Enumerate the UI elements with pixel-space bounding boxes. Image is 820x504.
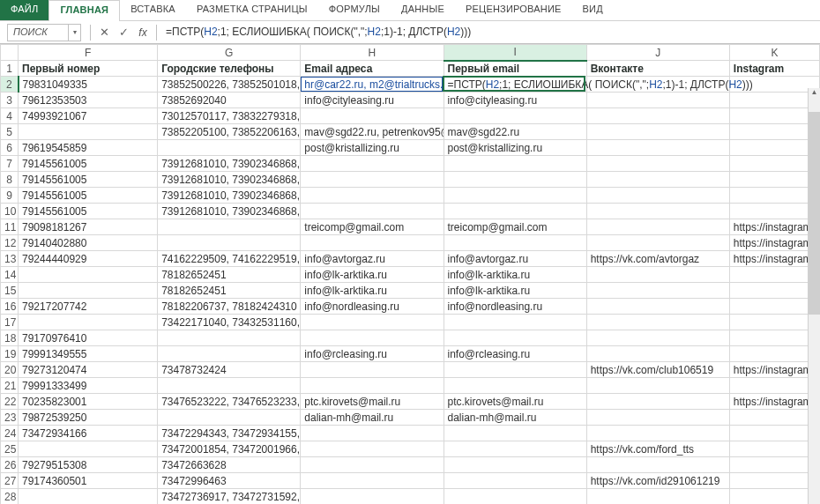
cell[interactable]: info@avtorgaz.ru [301, 251, 444, 267]
row-header[interactable]: 5 [1, 124, 19, 140]
select-all-corner[interactable] [1, 45, 19, 61]
cell[interactable] [586, 283, 729, 299]
cell[interactable] [301, 457, 444, 473]
cell[interactable]: ptc.kirovets@mail.ru [301, 394, 444, 410]
cell[interactable]: 79991333499 [19, 378, 158, 394]
cell[interactable] [301, 315, 444, 330]
cell[interactable]: 79831049335 [19, 77, 158, 93]
cell[interactable] [158, 219, 301, 235]
row-header[interactable]: 19 [1, 346, 19, 362]
cell[interactable]: 79145561005 [19, 188, 158, 204]
tab-review[interactable]: РЕЦЕНЗИРОВАНИЕ [455, 0, 572, 20]
cell[interactable]: treicomp@gmail.com [444, 219, 586, 235]
cell[interactable] [444, 473, 586, 489]
cell[interactable] [158, 410, 301, 426]
cell[interactable]: 79174360501 [19, 473, 158, 489]
row-header[interactable]: 28 [1, 489, 19, 505]
cell[interactable]: 78182652451 [158, 267, 301, 283]
cell[interactable] [586, 330, 729, 346]
cell[interactable]: info@lk-arktika.ru [444, 267, 586, 283]
cell[interactable] [301, 441, 444, 457]
cell[interactable] [586, 426, 729, 441]
cell[interactable]: 79217207742 [19, 299, 158, 315]
header-cell-F[interactable]: Первый номер [19, 61, 158, 77]
cell[interactable]: https://instagram.com/ [729, 362, 819, 378]
cell[interactable]: 78182206737, 78182424310 [158, 299, 301, 315]
cell[interactable]: 70235823001 [19, 394, 158, 410]
cell[interactable]: 73852205100, 73852206163, 7385 [158, 124, 301, 140]
cell[interactable] [729, 140, 819, 156]
cell[interactable]: 73852692040 [158, 93, 301, 108]
cell[interactable]: mav@sgd22.ru, petrenkov95@ [301, 124, 444, 140]
cell[interactable]: https://vk.com/avtorgaz [586, 251, 729, 267]
name-box[interactable]: ПОИСК [7, 24, 69, 41]
row-header[interactable]: 20 [1, 362, 19, 378]
cell[interactable] [586, 235, 729, 251]
cell[interactable]: 73852500226, 73852501018, 7385 [158, 77, 301, 93]
cell[interactable] [729, 346, 819, 362]
cell[interactable]: dalian-mh@mail.ru [301, 410, 444, 426]
cell[interactable]: info@nordleasing.ru [301, 299, 444, 315]
cell[interactable] [444, 362, 586, 378]
row-header[interactable]: 10 [1, 204, 19, 219]
cell[interactable] [301, 204, 444, 219]
cell[interactable] [586, 124, 729, 140]
cell[interactable]: 79145561005 [19, 156, 158, 172]
row-header[interactable]: 9 [1, 188, 19, 204]
cell[interactable] [586, 299, 729, 315]
row-header[interactable]: 4 [1, 108, 19, 124]
cell[interactable]: 73912681010, 73902346868, 74162490001, 7… [158, 156, 301, 172]
cell[interactable]: info@lk-arktika.ru [301, 267, 444, 283]
tab-home[interactable]: ГЛАВНАЯ [48, 0, 120, 21]
cell[interactable]: 73478732424 [158, 362, 301, 378]
cell[interactable] [158, 140, 301, 156]
cell[interactable]: mav@sgd22.ru [444, 124, 586, 140]
cell[interactable]: 73912681010, 73902346868, 74162490001, 7… [158, 172, 301, 188]
cell[interactable] [444, 315, 586, 330]
cell[interactable] [729, 283, 819, 299]
cell[interactable] [158, 330, 301, 346]
row-header[interactable]: 8 [1, 172, 19, 188]
cell[interactable] [729, 457, 819, 473]
cell[interactable]: post@kristallizing.ru [301, 140, 444, 156]
row-header[interactable]: 25 [1, 441, 19, 457]
cell[interactable] [301, 172, 444, 188]
cell[interactable] [301, 156, 444, 172]
header-cell-K[interactable]: Instagram [729, 61, 819, 77]
cell[interactable] [586, 108, 729, 124]
cell[interactable] [729, 426, 819, 441]
header-cell-I[interactable]: Первый email [444, 61, 586, 77]
cell[interactable]: info@lk-arktika.ru [444, 283, 586, 299]
cell[interactable] [19, 489, 158, 505]
cell[interactable] [158, 346, 301, 362]
cell[interactable] [301, 235, 444, 251]
cell[interactable]: =ПСТР(H2;1; ЕСЛИОШИБКА( ПОИСК(",";H2;1)-… [444, 77, 586, 93]
cell[interactable]: https://vk.com/id291061219 [586, 473, 729, 489]
cell[interactable] [729, 156, 819, 172]
column-header-J[interactable]: J [586, 45, 729, 61]
cell[interactable] [586, 267, 729, 283]
row-header[interactable]: 6 [1, 140, 19, 156]
cell[interactable] [444, 457, 586, 473]
cell[interactable] [729, 172, 819, 188]
vertical-scrollbar[interactable]: ▲ [808, 88, 820, 504]
cell[interactable]: 73472934166 [19, 426, 158, 441]
tab-data[interactable]: ДАННЫЕ [391, 0, 455, 20]
tab-formulas[interactable]: ФОРМУЛЫ [318, 0, 391, 20]
tab-view[interactable]: ВИД [572, 0, 614, 20]
cell[interactable] [586, 410, 729, 426]
cell[interactable]: 79619545859 [19, 140, 158, 156]
name-box-dropdown-icon[interactable]: ▾ [69, 24, 81, 41]
cell[interactable]: 74162229509, 74162229519, 7416 [158, 251, 301, 267]
formula-cancel-button[interactable]: ✕ [94, 24, 114, 41]
cell[interactable] [444, 172, 586, 188]
cell[interactable] [158, 378, 301, 394]
cell[interactable] [301, 378, 444, 394]
cell[interactable]: 73476523222, 73476523233, 7347 [158, 394, 301, 410]
row-header[interactable]: 14 [1, 267, 19, 283]
cell[interactable] [586, 219, 729, 235]
cell[interactable]: https://instagram.com/ [729, 251, 819, 267]
cell[interactable]: info@rcleasing.ru [444, 346, 586, 362]
cell[interactable] [586, 378, 729, 394]
cell[interactable] [729, 330, 819, 346]
